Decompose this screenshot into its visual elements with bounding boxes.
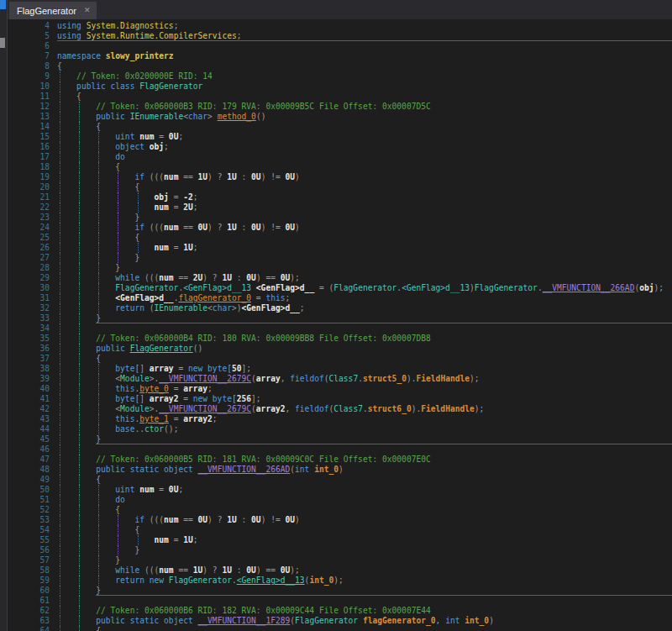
code-line: 13 public IEnumerable<char> method_0() [8,112,672,122]
code-token: == [178,172,197,181]
code-token: array2 [183,414,213,423]
code-token: this [115,384,134,393]
code-token: object [164,465,193,474]
symbol-link[interactable]: byte_1 [139,414,169,423]
code-token: ; [193,535,198,544]
symbol-link[interactable]: method_0 [218,112,256,121]
code-token: 0U [251,172,261,181]
indent-guide [79,444,80,455]
symbol-link[interactable]: __VMFUNCTION__266AD [543,283,635,292]
code-text: num = 2U; [57,202,198,213]
code-token: 1U [183,243,193,252]
code-line: 26 num = 1U; [8,243,672,253]
code-line: 37 { [8,354,672,364]
code-text: { [57,61,62,71]
code-line: 47 // Token: 0x060000B5 RID: 181 RVA: 0x… [8,455,672,465]
line-number: 42 [8,404,50,414]
code-token [57,82,76,91]
code-line: 8{ [8,61,672,71]
code-token: FlagGenerator [333,283,396,292]
code-token [57,303,115,313]
code-text: // Token: 0x060000B3 RID: 179 RVA: 0x000… [57,102,431,112]
symbol-link[interactable]: flagGenerator_0 [178,293,251,302]
line-number: 48 [8,465,50,475]
code-token: this [265,293,285,302]
code-text: public IEnumerable<char> method_0() [57,112,265,122]
symbol-link[interactable]: __VMFUNCTION__2679C [159,404,251,413]
code-token: byte [115,364,134,373]
code-editor[interactable]: 4using System.Diagnostics;5using System.… [8,19,672,631]
code-line: 10 public class FlagGenerator [8,82,672,92]
code-token: ) ? [207,172,227,181]
code-token: = [169,535,183,544]
line-number: 5 [8,31,50,41]
code-token: ; [178,132,183,141]
code-token: array2 [256,404,286,413]
symbol-link[interactable]: <GenFlag>d__13 [237,576,305,585]
indent-guide [60,444,60,455]
line-number: 58 [8,565,50,576]
code-token: struct6_0 [368,404,412,413]
tab-close-icon[interactable]: ✕ [84,7,91,14]
code-token: 0U [286,515,296,524]
code-token: ) != [261,515,286,524]
code-token: ; [237,31,242,40]
code-token: > [207,112,218,121]
code-token: array [150,364,174,373]
code-token [57,576,115,585]
tab-flaggenerator[interactable]: FlagGenerator ✕ [9,2,97,19]
code-token: ctor [144,424,164,434]
code-token [57,616,96,625]
code-token: , [436,616,446,625]
symbol-link[interactable]: __VMFUNCTION__1F289 [198,616,291,625]
line-number: 53 [8,515,50,525]
code-token: ) == [256,565,281,575]
symbol-link[interactable]: __VMFUNCTION__266AD [198,465,291,474]
code-text: base..ctor(); [57,424,178,434]
code-text: if (((num == 1U) ? 1U : 0U) != 0U) [57,172,300,182]
code-line: 46 [8,444,672,455]
code-token: == [178,515,197,524]
symbol-link[interactable]: __VMFUNCTION__2679C [159,374,251,383]
code-token [57,384,115,393]
code-token [57,424,115,434]
code-line: 23 } [8,213,672,223]
code-token: obj [155,192,169,202]
code-token [57,495,115,504]
code-token: num [164,172,178,181]
line-number: 26 [8,243,50,253]
code-line: 16 object obj; [8,142,672,152]
code-text: <Module>.__VMFUNCTION__2679C(array, fiel… [57,374,480,384]
code-token: object [164,616,193,625]
code-token [57,142,115,151]
line-number: 17 [8,152,50,162]
code-line: 17 do [8,152,672,162]
code-line: 4using System.Diagnostics; [8,21,672,31]
code-token: do [115,152,125,161]
code-token: FieldHandle [417,374,470,383]
code-line: 20 { [8,182,672,192]
code-token: if [134,172,144,181]
code-token: 0U [251,515,261,524]
line-number: 38 [8,364,50,374]
symbol-link[interactable]: byte_0 [139,384,169,393]
line-number: 62 [8,606,50,616]
code-line: 62 // Token: 0x060000B6 RID: 182 RVA: 0x… [8,606,672,616]
symbol-link[interactable]: FlagGenerator [130,344,193,353]
code-token: = [155,485,169,494]
code-text: { [57,475,101,485]
code-line: 55 num = 1U; [8,535,672,545]
code-token: while [115,273,139,282]
code-token: <GenFlag>d__ [256,283,314,292]
code-token: , [281,374,291,383]
line-number: 40 [8,384,50,394]
line-number: 64 [8,626,50,631]
code-token: [] [134,394,149,403]
code-token: class [111,82,135,91]
code-token: ((( [144,515,164,524]
code-line: 39 <Module>.__VMFUNCTION__2679C(array, f… [8,374,672,384]
code-token: IEnumerable [155,303,208,313]
code-token: // Token: 0x060000B3 RID: 179 RVA: 0x000… [96,102,431,111]
code-token: ) != [261,223,286,232]
code-token: ); [290,565,300,575]
